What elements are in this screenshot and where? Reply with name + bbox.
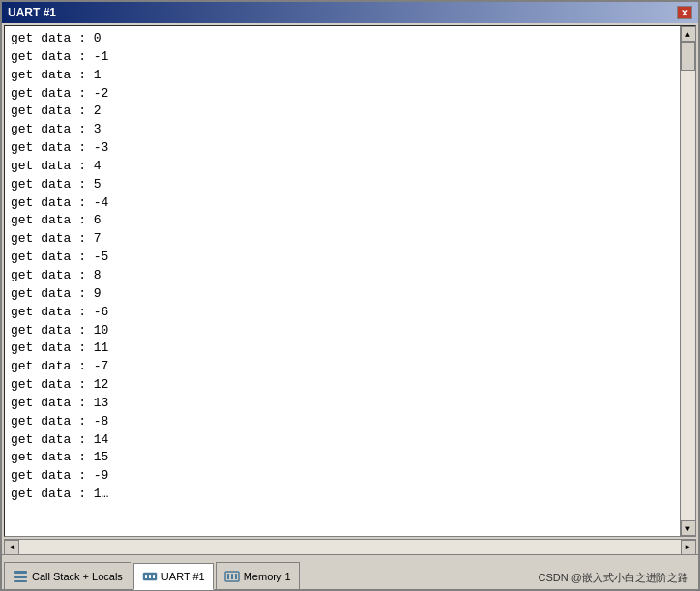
uart-output: get data : 0get data : -1get data : 1get… — [5, 26, 680, 536]
uart-line: get data : 10 — [11, 322, 674, 340]
uart-line: get data : 13 — [11, 395, 674, 413]
main-window: UART #1 ✕ get data : 0get data : -1get d… — [0, 0, 700, 591]
horizontal-scrollbar: ◄ ► — [4, 539, 696, 554]
h-scroll-track[interactable] — [19, 540, 681, 554]
tab-uart1[interactable]: UART #1 — [133, 563, 214, 590]
tab-uart1-label: UART #1 — [161, 571, 205, 582]
uart-line: get data : -9 — [11, 467, 674, 486]
uart-line: get data : 8 — [11, 267, 674, 285]
scroll-right-button[interactable]: ► — [681, 540, 696, 555]
title-bar: UART #1 ✕ — [2, 2, 698, 23]
tab-memory1-label: Memory 1 — [244, 571, 291, 582]
uart-line: get data : 3 — [11, 121, 674, 139]
scrollbar-track[interactable] — [681, 42, 695, 520]
uart-line: get data : -7 — [11, 358, 674, 376]
svg-rect-2 — [14, 580, 27, 582]
uart-line: get data : 15 — [11, 449, 674, 467]
uart-icon — [142, 569, 158, 584]
uart-line: get data : 0 — [11, 30, 674, 48]
svg-rect-8 — [227, 574, 229, 579]
uart-line: get data : 2 — [11, 103, 674, 121]
svg-rect-9 — [231, 574, 233, 579]
uart-line: get data : 14 — [11, 431, 674, 450]
svg-rect-1 — [14, 576, 27, 578]
uart-line: get data : 11 — [11, 340, 674, 358]
status-text: CSDN @嵌入式小白之进阶之路 — [539, 571, 696, 589]
scroll-down-button[interactable]: ▼ — [681, 520, 696, 536]
scroll-left-button[interactable]: ◄ — [4, 540, 19, 555]
uart-line: get data : 4 — [11, 158, 674, 176]
tab-call-stack[interactable]: Call Stack + Locals — [4, 562, 131, 589]
uart-line: get data : -2 — [11, 85, 674, 103]
uart-line: get data : -5 — [11, 249, 674, 267]
call-stack-icon — [13, 569, 28, 584]
scroll-up-button[interactable]: ▲ — [681, 26, 696, 42]
window-title: UART #1 — [8, 6, 56, 19]
uart-line: get data : 12 — [11, 376, 674, 395]
close-button[interactable]: ✕ — [677, 6, 692, 19]
uart-line: get data : 7 — [11, 230, 674, 249]
uart-line: get data : -4 — [11, 194, 674, 213]
tab-memory1[interactable]: Memory 1 — [216, 562, 300, 589]
uart-line: get data : -8 — [11, 413, 674, 431]
content-area: get data : 0get data : -1get data : 1get… — [4, 25, 696, 537]
tab-call-stack-label: Call Stack + Locals — [32, 571, 123, 582]
tab-bar: Call Stack + Locals UART #1 — [2, 554, 698, 589]
svg-rect-10 — [235, 574, 237, 579]
scrollbar-thumb[interactable] — [681, 42, 695, 71]
uart-line: get data : 5 — [11, 176, 674, 194]
uart-line: get data : 1 — [11, 67, 674, 85]
vertical-scrollbar[interactable]: ▲ ▼ — [680, 26, 695, 536]
svg-rect-4 — [145, 575, 147, 578]
uart-line: get data : -3 — [11, 139, 674, 158]
uart-line: get data : 6 — [11, 212, 674, 230]
uart-line: get data : -1 — [11, 48, 674, 67]
memory-icon — [224, 569, 240, 584]
svg-rect-5 — [149, 575, 151, 578]
uart-line: get data : 1… — [11, 486, 674, 504]
uart-line: get data : -6 — [11, 304, 674, 322]
uart-line: get data : 9 — [11, 285, 674, 304]
svg-rect-0 — [14, 571, 27, 574]
svg-rect-6 — [153, 575, 155, 578]
